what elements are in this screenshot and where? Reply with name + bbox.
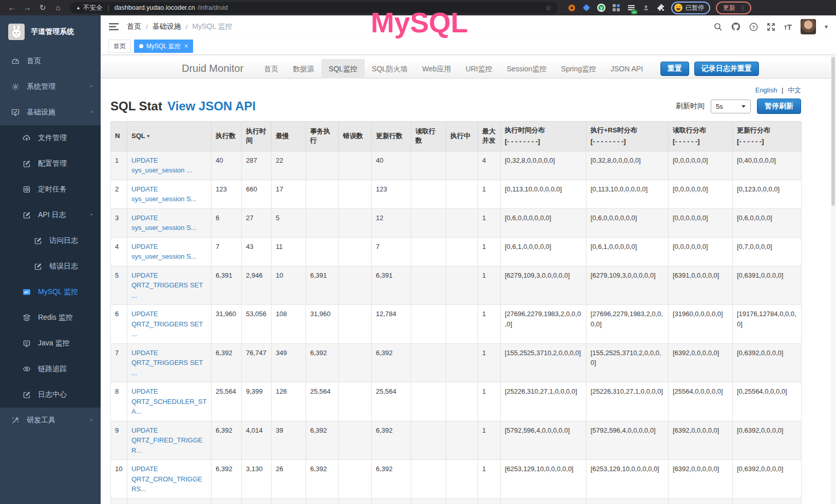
sidebar-item-1[interactable]: 系统管理›	[0, 74, 101, 100]
tag-0[interactable]: 首页	[108, 40, 131, 53]
search-icon[interactable]	[714, 23, 723, 31]
extension-list-on-icon[interactable]: on	[626, 3, 636, 12]
sidebar-item-7[interactable]: 访问日志	[0, 228, 101, 254]
column-header-sql[interactable]: SQL▼	[127, 122, 212, 151]
github-icon[interactable]	[731, 22, 740, 31]
log-and-reset-button[interactable]: 记录日志并重置	[694, 62, 759, 76]
tag-1[interactable]: MySQL 监控×	[134, 40, 193, 53]
sidebar-item-8[interactable]: 错误日志	[0, 254, 101, 279]
druid-tab-1[interactable]: 数据源	[286, 59, 321, 79]
reload-icon[interactable]: ↻	[36, 0, 49, 15]
cell-slow: 349	[272, 343, 306, 382]
cell-err	[339, 151, 372, 180]
cell-n: 2	[111, 180, 127, 208]
fullscreen-icon[interactable]	[767, 23, 775, 31]
sql-link[interactable]: UPDATE QRTZ_TRIGGERS SET ...	[131, 310, 203, 338]
back-icon[interactable]: ←	[5, 0, 18, 15]
sql-link[interactable]: UPDATE QRTZ_TRIGGERS SET ...	[131, 272, 203, 299]
cell-h_rs: [6253,129,10,0,0,0,0,0]	[586, 460, 669, 499]
column-label: 执行+RS时分布	[591, 126, 637, 134]
cell-exec: 123	[212, 180, 242, 208]
puzzle-extensions-icon[interactable]	[656, 3, 666, 12]
sidebar-item-2[interactable]: 基础设施›	[0, 100, 101, 125]
druid-tab-7[interactable]: Spring监控	[554, 59, 603, 79]
user-avatar[interactable]	[801, 19, 816, 34]
sql-link[interactable]: UPDATE sys_user_session ...	[131, 157, 192, 175]
close-icon[interactable]: ×	[184, 43, 188, 50]
sidebar-item-9[interactable]: MySQL 监控	[0, 279, 101, 305]
cell-slow: 61	[272, 498, 306, 504]
sidebar-item-5[interactable]: 定时任务	[0, 177, 101, 202]
cell-h_read: [0,0,0,0,0,0]	[669, 180, 733, 208]
scrollbar-thumb[interactable]	[831, 57, 835, 206]
cell-upd: 12,784	[372, 305, 411, 344]
pause-refresh-button[interactable]: 暂停刷新	[757, 99, 801, 114]
druid-tab-5[interactable]: URI监控	[459, 59, 500, 79]
sql-link[interactable]: UPDATE QRTZ_TRIGGERS SET ...	[131, 349, 203, 377]
cell-h_read: [0,0,0,0,0,0]	[669, 498, 733, 504]
sql-link[interactable]: UPDATE QRTZ_SCHEDULER_STA...	[131, 387, 206, 415]
reset-button[interactable]: 重置	[660, 62, 689, 76]
druid-tab-4[interactable]: Web应用	[415, 59, 459, 79]
help-icon[interactable]: ?	[749, 23, 758, 31]
extension-gem-icon[interactable]	[582, 3, 591, 12]
scrollbar[interactable]	[831, 56, 835, 504]
sidebar-item-14[interactable]: 研发工具›	[0, 408, 101, 433]
sql-link[interactable]: UPDATE QRTZ_FIRED_TRIGGER...	[131, 427, 202, 454]
sidebar-item-12[interactable]: 链路追踪	[0, 356, 101, 382]
breadcrumb-home[interactable]: 首页	[127, 22, 141, 31]
breadcrumb-separator: /	[186, 23, 188, 31]
browser-menu-icon[interactable]: ⋮	[739, 4, 746, 12]
sidebar-item-4[interactable]: 配置管理	[0, 151, 101, 177]
cell-h_upd: [0,6,0,0,0,0]	[733, 208, 802, 237]
address-bar[interactable]: ▲ 不安全 | dashboard.yudao.iocoder.cn/infra…	[70, 2, 558, 13]
cell-slow: 108	[272, 305, 306, 344]
security-label[interactable]: 不安全	[83, 4, 103, 12]
sidebar-item-10[interactable]: Redis 监控	[0, 305, 101, 331]
druid-tab-2[interactable]: SQL监控	[321, 59, 365, 79]
font-size-icon[interactable]: TT	[784, 23, 792, 31]
druid-tab-8[interactable]: JSON API	[603, 59, 650, 79]
lang-chinese-link[interactable]: 中文	[788, 86, 801, 94]
sidebar-item-6[interactable]: API 日志›	[0, 202, 101, 228]
home-icon[interactable]: ⌂	[51, 0, 65, 15]
cell-slow: 5	[272, 208, 306, 237]
view-json-api-link[interactable]: View JSON API	[167, 99, 256, 113]
refresh-interval-select[interactable]: 5s	[711, 100, 751, 113]
extension-green-y-icon[interactable]: y	[597, 3, 606, 12]
extension-person-icon[interactable]	[641, 3, 651, 12]
druid-tab-0[interactable]: 首页	[257, 59, 286, 79]
forward-icon[interactable]: →	[21, 0, 34, 15]
sidebar-menu: 首页系统管理›基础设施›文件管理配置管理定时任务API 日志›访问日志错误日志M…	[0, 48, 101, 433]
sidebar-item-label: API 日志	[38, 210, 66, 220]
sql-link[interactable]: UPDATE sys_user_session S...	[131, 243, 196, 261]
sql-link[interactable]: UPDATE sys_user_session S...	[131, 185, 196, 203]
sidebar-item-11[interactable]: Java 监控	[0, 331, 101, 356]
sql-link[interactable]: UPDATE sys_user_session S...	[131, 214, 196, 232]
hamburger-icon[interactable]	[109, 23, 119, 31]
chevron-up-icon: ›	[88, 111, 95, 113]
cell-upd: 6,392	[372, 498, 411, 504]
browser-profile-chip[interactable]: 已暂停	[671, 2, 710, 14]
bookmark-star-icon[interactable]: ☆	[545, 4, 552, 12]
sql-link[interactable]: UPDATE QRTZ_CRON_TRIGGERS...	[131, 465, 202, 493]
lang-english-link[interactable]: English	[755, 86, 777, 94]
annotation-text: MySQL	[371, 6, 468, 39]
url-host: dashboard.yudao.iocoder.cn	[115, 4, 195, 11]
sidebar-logo[interactable]: 芋道管理系统	[0, 15, 101, 48]
druid-tab-3[interactable]: SQL防火墙	[365, 59, 415, 79]
extension-orange-icon[interactable]	[567, 3, 576, 12]
chevron-down-icon[interactable]: ▾	[825, 23, 828, 30]
cell-time: 287	[242, 151, 272, 180]
druid-tab-6[interactable]: Session监控	[500, 59, 554, 79]
cell-n: 9	[111, 421, 127, 460]
extension-blocks-icon[interactable]	[612, 3, 621, 12]
breadcrumb-infra[interactable]: 基础设施	[153, 22, 181, 31]
cell-sql: UPDATE inf_job_log SET e...	[127, 498, 212, 504]
sidebar-item-0[interactable]: 首页	[0, 48, 101, 74]
browser-update-button[interactable]: 更新 ⋮	[716, 2, 751, 14]
sidebar-item-13[interactable]: 日志中心	[0, 382, 101, 408]
druid-brand[interactable]: Druid Monitor	[177, 63, 249, 74]
sidebar-item-3[interactable]: 文件管理	[0, 125, 101, 151]
cell-read	[411, 498, 446, 504]
